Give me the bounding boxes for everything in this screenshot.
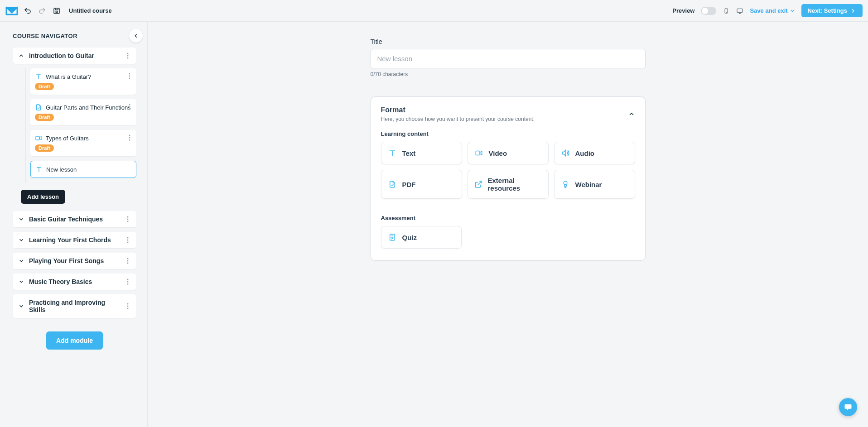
learning-content-label: Learning content <box>381 130 635 137</box>
preview-toggle[interactable] <box>701 7 716 15</box>
module-item: Music Theory Basics <box>13 273 136 290</box>
format-options-grid: Text Video Audio PDF <box>381 142 635 199</box>
module-header[interactable]: Introduction to Guitar <box>13 48 136 64</box>
format-option-label: Video <box>489 149 507 157</box>
module-header[interactable]: Music Theory Basics <box>13 273 136 290</box>
chat-icon <box>844 403 852 411</box>
module-title: Playing Your First Songs <box>29 257 120 264</box>
svg-line-36 <box>477 181 481 185</box>
format-option-text[interactable]: Text <box>381 142 462 164</box>
topbar-left: Untitled course <box>5 6 112 16</box>
module-kebab-menu[interactable] <box>125 237 131 243</box>
lesson-item[interactable]: What is a Guitar? Draft <box>30 68 136 95</box>
format-option-label: Audio <box>575 149 595 157</box>
pdf-icon <box>388 180 397 189</box>
lesson-kebab-menu[interactable] <box>126 134 133 141</box>
draft-badge: Draft <box>35 114 54 121</box>
lesson-item-active[interactable]: New lesson <box>30 161 136 178</box>
add-module-button[interactable]: Add module <box>46 331 103 350</box>
save-and-exit-button[interactable]: Save and exit <box>750 7 795 14</box>
format-option-label: Quiz <box>402 234 417 241</box>
format-option-label: Text <box>402 149 416 157</box>
undo-icon[interactable] <box>23 6 33 16</box>
format-header[interactable]: Format Here, you choose how you want to … <box>381 106 635 122</box>
svg-point-29 <box>127 281 129 283</box>
text-icon <box>388 149 397 158</box>
format-option-pdf[interactable]: PDF <box>381 170 462 199</box>
svg-point-20 <box>127 219 129 220</box>
svg-point-3 <box>726 12 727 13</box>
course-navigator-sidebar: COURSE NAVIGATOR Introduction to Guitar … <box>0 22 148 427</box>
format-option-label: PDF <box>402 181 416 188</box>
course-title: Untitled course <box>69 7 112 14</box>
preview-label: Preview <box>672 7 694 14</box>
save-exit-label: Save and exit <box>750 7 787 14</box>
draft-badge: Draft <box>35 144 54 152</box>
svg-point-11 <box>129 104 130 106</box>
desktop-device-icon[interactable] <box>736 6 743 15</box>
lesson-item[interactable]: Guitar Parts and Their Functions Draft <box>30 99 136 125</box>
chevron-down-icon <box>18 303 24 309</box>
module-header[interactable]: Practicing and Improving Skills <box>13 294 136 318</box>
audio-icon <box>561 149 570 158</box>
svg-point-18 <box>129 139 130 141</box>
quiz-icon <box>388 233 397 242</box>
lesson-list: What is a Guitar? Draft Guitar Parts and… <box>25 68 136 182</box>
mobile-device-icon[interactable] <box>723 6 730 15</box>
module-header[interactable]: Basic Guitar Techniques <box>13 211 136 227</box>
module-header[interactable]: Playing Your First Songs <box>13 253 136 269</box>
external-link-icon <box>474 180 482 189</box>
chevron-up-icon <box>18 53 24 59</box>
pdf-icon <box>35 104 42 111</box>
svg-point-12 <box>129 106 130 108</box>
module-header[interactable]: Learning Your First Chords <box>13 232 136 248</box>
lesson-title: Types of Guitars <box>46 135 132 142</box>
lesson-title: What is a Guitar? <box>46 73 132 80</box>
format-option-quiz[interactable]: Quiz <box>381 226 462 249</box>
lesson-title-input[interactable] <box>371 49 646 68</box>
lesson-kebab-menu[interactable] <box>126 104 133 110</box>
save-icon[interactable] <box>52 6 62 16</box>
main-content: Title 0/70 characters Format Here, you c… <box>148 22 868 427</box>
module-item: Practicing and Improving Skills <box>13 294 136 318</box>
redo-icon[interactable] <box>37 6 47 16</box>
sidebar-title: COURSE NAVIGATOR <box>13 33 77 39</box>
module-kebab-menu[interactable] <box>125 303 131 309</box>
module-item: Introduction to Guitar <box>13 48 136 64</box>
svg-point-22 <box>127 237 129 239</box>
svg-rect-34 <box>476 151 480 155</box>
chevron-up-icon <box>628 110 635 118</box>
next-settings-button[interactable]: Next: Settings <box>801 4 863 17</box>
chevron-down-icon <box>18 216 24 222</box>
title-field-label: Title <box>371 38 646 45</box>
svg-point-6 <box>127 55 129 57</box>
assessment-label: Assessment <box>381 215 635 221</box>
module-kebab-menu[interactable] <box>125 258 131 264</box>
svg-point-31 <box>127 303 129 305</box>
chevron-down-icon <box>790 8 795 14</box>
chat-fab[interactable] <box>839 398 857 416</box>
add-lesson-button[interactable]: Add lesson <box>21 190 65 204</box>
lesson-item[interactable]: Types of Guitars Draft <box>30 130 136 156</box>
format-option-audio[interactable]: Audio <box>554 142 635 164</box>
module-kebab-menu[interactable] <box>125 53 131 59</box>
svg-point-19 <box>127 216 129 218</box>
svg-point-1 <box>56 11 58 13</box>
format-option-video[interactable]: Video <box>468 142 549 164</box>
topbar-right: Preview Save and exit Next: Settings <box>672 4 863 17</box>
format-option-webinar[interactable]: Webinar <box>554 170 635 199</box>
module-kebab-menu[interactable] <box>125 278 131 285</box>
module-item: Learning Your First Chords <box>13 232 136 248</box>
video-icon <box>474 149 483 158</box>
lesson-kebab-menu[interactable] <box>126 73 133 79</box>
format-option-external[interactable]: External resources <box>468 170 549 199</box>
format-card: Format Here, you choose how you want to … <box>371 96 646 261</box>
module-kebab-menu[interactable] <box>125 216 131 222</box>
svg-point-9 <box>129 76 130 77</box>
format-option-label: External resources <box>488 177 542 192</box>
svg-point-28 <box>127 279 129 280</box>
svg-point-13 <box>129 109 130 110</box>
collapse-sidebar-button[interactable] <box>129 29 143 43</box>
svg-point-17 <box>129 137 130 139</box>
video-icon <box>35 134 42 142</box>
